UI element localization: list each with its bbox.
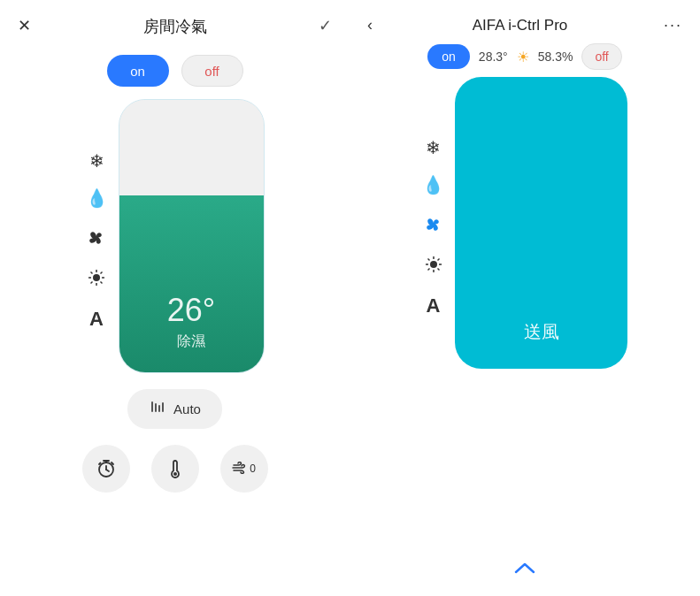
- snowflake-icon[interactable]: ❄: [89, 152, 104, 170]
- right-fan-icon[interactable]: [424, 213, 443, 235]
- left-bottom-icons: 0: [82, 445, 268, 493]
- right-title: AIFA i-Ctrl Pro: [383, 17, 657, 34]
- left-on-button[interactable]: on: [107, 55, 169, 87]
- wind-timer-button[interactable]: 0: [220, 445, 268, 493]
- left-title: 房間冷氣: [143, 16, 207, 37]
- svg-line-6: [101, 282, 103, 284]
- right-auto-icon[interactable]: A: [427, 296, 441, 316]
- status-sun-icon: ☀: [517, 49, 529, 65]
- wind-timer-count: 0: [250, 462, 256, 475]
- water-drop-icon[interactable]: 💧: [86, 189, 108, 207]
- right-header: ‹ AIFA i-Ctrl Pro ···: [350, 0, 700, 43]
- right-panel: ‹ AIFA i-Ctrl Pro ··· on 28.3° ☀ 58.3% o…: [350, 0, 700, 596]
- temperature-button[interactable]: [151, 445, 199, 493]
- ac-display-bottom: 26° 除濕: [119, 195, 264, 372]
- auto-button-row: Auto: [127, 389, 222, 429]
- svg-rect-9: [151, 401, 153, 412]
- left-ac-display: 26° 除濕: [119, 99, 265, 373]
- right-on-button[interactable]: on: [427, 44, 470, 69]
- left-mode-icons: ❄ 💧 A: [86, 152, 108, 329]
- svg-point-0: [93, 274, 100, 281]
- more-icon[interactable]: ···: [664, 16, 682, 34]
- svg-line-23: [427, 269, 429, 271]
- svg-line-21: [437, 269, 439, 271]
- chevron-up-icon[interactable]: [512, 557, 537, 580]
- check-icon[interactable]: ✓: [319, 16, 332, 35]
- auto-button-icon: [149, 398, 166, 420]
- right-status-row: on 28.3° ☀ 58.3% off: [427, 43, 621, 70]
- svg-line-8: [91, 282, 93, 284]
- ac-temperature: 26°: [167, 292, 215, 329]
- fan-icon[interactable]: [87, 226, 106, 248]
- auto-icon[interactable]: A: [89, 309, 104, 329]
- right-water-drop-icon[interactable]: 💧: [422, 176, 444, 194]
- right-main-area: ❄ 💧 A: [350, 77, 700, 369]
- right-sun-icon[interactable]: [424, 255, 443, 277]
- back-icon[interactable]: ‹: [367, 16, 373, 34]
- ac-mode-label: 除濕: [177, 332, 205, 351]
- timer-button[interactable]: [82, 445, 130, 493]
- status-temperature: 28.3°: [479, 50, 508, 64]
- left-off-button[interactable]: off: [181, 55, 243, 87]
- left-header: ✕ 房間冷氣 ✓: [0, 0, 350, 46]
- svg-line-7: [101, 272, 103, 274]
- right-ac-display: 送風: [455, 77, 627, 369]
- auto-button[interactable]: Auto: [127, 389, 222, 429]
- close-icon[interactable]: ✕: [18, 16, 31, 35]
- svg-rect-11: [158, 405, 160, 412]
- svg-point-14: [173, 472, 177, 476]
- left-toggle-row: on off: [107, 55, 243, 87]
- left-main-area: ❄ 💧 A: [0, 99, 350, 373]
- svg-line-20: [427, 259, 429, 261]
- status-humidity: 58.3%: [538, 50, 573, 64]
- svg-rect-12: [162, 402, 164, 412]
- wind-icon: [232, 462, 248, 477]
- svg-point-15: [430, 261, 437, 268]
- right-snowflake-icon[interactable]: ❄: [426, 139, 441, 157]
- right-mode-icons: ❄ 💧 A: [422, 139, 444, 316]
- left-panel: ✕ 房間冷氣 ✓ on off ❄ 💧: [0, 0, 350, 596]
- right-ac-mode-label: 送風: [524, 320, 559, 344]
- right-off-button[interactable]: off: [581, 43, 621, 70]
- svg-line-5: [91, 272, 93, 274]
- auto-button-label: Auto: [173, 401, 201, 416]
- svg-rect-10: [155, 403, 157, 412]
- svg-line-22: [437, 259, 439, 261]
- ac-display-top: [119, 100, 264, 195]
- sun-icon[interactable]: [87, 268, 106, 290]
